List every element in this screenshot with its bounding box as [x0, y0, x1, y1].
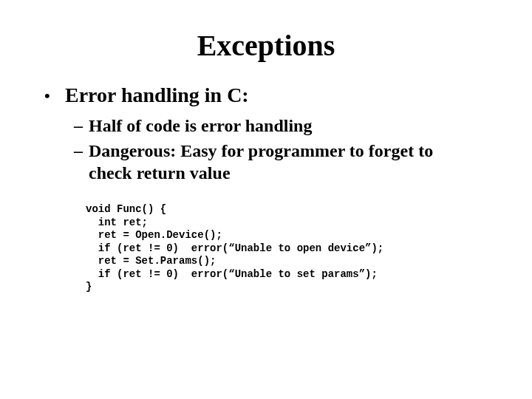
slide: Exceptions • Error handling in C: – Half…: [0, 0, 532, 399]
slide-title: Exceptions: [0, 0, 532, 83]
bullet-l2-text: Half of code is error handling: [89, 115, 495, 137]
bullet-dot-icon: •: [44, 86, 65, 106]
code-block-wrap: void Func() { int ret; ret = Open.Device…: [44, 187, 495, 294]
bullet-l2-text: Dangerous: Easy for programmer to forget…: [89, 140, 495, 184]
bullet-level-2-group: – Half of code is error handling – Dange…: [44, 115, 495, 184]
bullet-dash-icon: –: [74, 115, 89, 137]
code-block: void Func() { int ret; ret = Open.Device…: [86, 203, 495, 294]
bullet-level-2: – Dangerous: Easy for programmer to forg…: [74, 140, 495, 184]
bullet-dash-icon: –: [74, 140, 89, 162]
bullet-level-2: – Half of code is error handling: [74, 115, 495, 137]
bullet-level-1: • Error handling in C:: [44, 83, 495, 107]
slide-body: • Error handling in C: – Half of code is…: [0, 83, 532, 294]
bullet-l1-text: Error handling in C:: [65, 83, 249, 107]
